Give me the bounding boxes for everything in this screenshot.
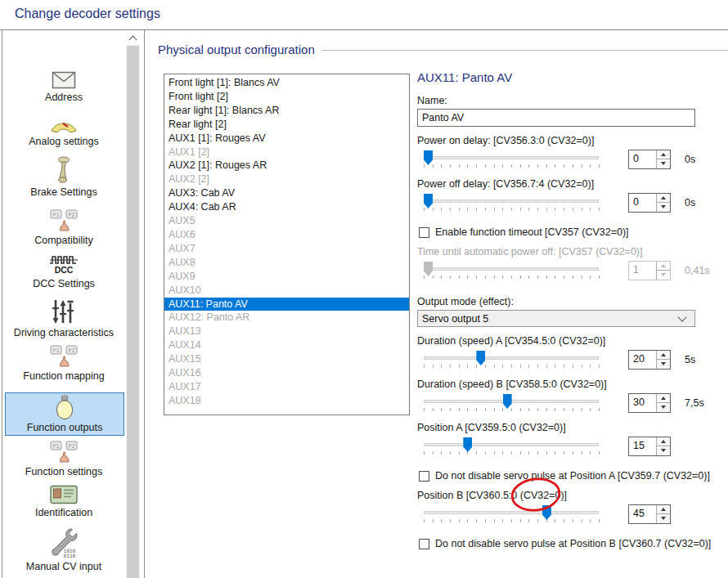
sidebar-item-dcc-settings[interactable]: DCCDCC Settings: [2, 253, 125, 289]
slider-thumb[interactable]: [542, 505, 551, 520]
slider[interactable]: [417, 348, 613, 370]
slider-ticks: [424, 451, 600, 455]
output-list-item[interactable]: AUX2 [2]: [164, 173, 409, 186]
value-spinner: 0: [628, 150, 671, 169]
section-title: Physical output configuration: [158, 43, 321, 56]
slider[interactable]: [417, 148, 613, 170]
checkbox[interactable]: [419, 539, 429, 549]
spinner-value[interactable]: 15: [629, 437, 656, 455]
sidebar-item-compatibility[interactable]: F1F2Compatibility: [2, 209, 125, 246]
slider-ticks: [424, 276, 600, 279]
slider-thumb[interactable]: [463, 437, 472, 452]
slider[interactable]: [417, 435, 613, 457]
spinner-value[interactable]: 45: [629, 505, 656, 523]
name-input[interactable]: [417, 109, 695, 127]
scrollbar-thumb[interactable]: [127, 46, 139, 578]
slider-thumb[interactable]: [424, 262, 433, 276]
slider-track[interactable]: [424, 156, 599, 159]
output-detail-panel: AUX11: Panto AV Name:Power on delay: [CV…: [417, 70, 713, 549]
spin-down-button[interactable]: [657, 202, 670, 212]
slider-line: 45: [417, 503, 713, 525]
output-list-item[interactable]: AUX10: [164, 284, 409, 298]
spin-up-button[interactable]: [657, 194, 670, 203]
output-list-item[interactable]: AUX2 [1]: Rouges AR: [164, 159, 409, 173]
slider-thumb[interactable]: [424, 194, 433, 208]
output-list-item[interactable]: AUX3: Cab AV: [164, 186, 409, 200]
output-list-item[interactable]: AUX12: Panto AR: [164, 311, 409, 325]
slider[interactable]: [417, 259, 613, 281]
spin-up-button[interactable]: [657, 437, 670, 446]
slider-track[interactable]: [424, 267, 599, 271]
spin-down-button[interactable]: [657, 270, 670, 280]
output-list-item[interactable]: AUX6: [164, 228, 409, 242]
chevron-up-icon: [129, 36, 137, 44]
slider-thumb[interactable]: [476, 351, 485, 365]
output-mode-select[interactable]: Servo output 5: [417, 310, 695, 327]
slider-track[interactable]: [424, 511, 599, 514]
spin-down-button[interactable]: [657, 359, 670, 369]
checkbox-label: Do not disable servo pulse at Position A…: [435, 470, 710, 482]
output-list-item[interactable]: AUX8: [164, 256, 409, 270]
output-list-item[interactable]: AUX1 [1]: Rouges AV: [164, 132, 409, 146]
spin-down-button[interactable]: [657, 513, 670, 523]
spinner-value[interactable]: 20: [629, 351, 656, 369]
slider[interactable]: [417, 503, 613, 525]
output-list-item[interactable]: AUX13: [164, 325, 409, 338]
output-list-item[interactable]: AUX14: [164, 338, 409, 352]
output-list-item[interactable]: AUX11: Panto AV: [164, 298, 409, 311]
spin-down-button[interactable]: [657, 402, 670, 412]
arrow-down-icon: [661, 517, 666, 520]
output-list-item[interactable]: AUX15: [164, 352, 409, 366]
spin-down-button[interactable]: [657, 446, 670, 455]
slider[interactable]: [417, 392, 613, 414]
slider-thumb[interactable]: [424, 150, 433, 165]
sidebar-item-label: Function settings: [25, 466, 103, 477]
slider-track[interactable]: [424, 443, 599, 446]
output-list-item[interactable]: Rear light [2]: [164, 118, 409, 132]
checkbox[interactable]: [419, 227, 429, 238]
spin-down-button[interactable]: [657, 159, 670, 168]
sidebar-item-function-settings[interactable]: F1F2Function settings: [2, 441, 125, 477]
sidebar-scrollbar[interactable]: [126, 31, 140, 578]
slider-thumb[interactable]: [503, 394, 512, 409]
slider-ticks: [424, 408, 600, 411]
output-list-item[interactable]: Front light [2]: [164, 90, 409, 104]
slider[interactable]: [417, 191, 613, 213]
output-list-item[interactable]: AUX16: [164, 366, 409, 380]
output-list-item[interactable]: Front light [1]: Blancs AV: [164, 76, 409, 90]
output-list-item[interactable]: AUX4: Cab AR: [164, 200, 409, 214]
slider-track[interactable]: [424, 199, 599, 203]
spinner-buttons: [656, 437, 670, 455]
output-list-item[interactable]: AUX18: [164, 394, 409, 408]
spin-up-button[interactable]: [657, 394, 670, 403]
scroll-up-button[interactable]: [126, 31, 140, 45]
output-list-item[interactable]: AUX7: [164, 242, 409, 256]
sidebar-item-function-mapping[interactable]: F1F2Function mapping: [2, 345, 125, 382]
output-list-item[interactable]: AUX17: [164, 380, 409, 394]
sidebar-item-manual-cv-input[interactable]: 10100110Manual CV input: [2, 527, 125, 572]
output-list-item[interactable]: Rear light [1]: Blancs AR: [164, 104, 409, 118]
output-list-item[interactable]: AUX9: [164, 270, 409, 284]
sidebar-item-address[interactable]: Address: [2, 71, 125, 103]
spinner-value[interactable]: 1: [629, 262, 656, 280]
spinner-value[interactable]: 0: [629, 150, 656, 168]
spin-up-button[interactable]: [657, 150, 670, 159]
checkbox[interactable]: [419, 471, 429, 482]
slider-line: 15: [417, 435, 713, 457]
output-listbox: Front light [1]: Blancs AVFront light [2…: [164, 74, 410, 415]
arrow-up-icon: [661, 196, 666, 199]
sidebar-item-analog-settings[interactable]: Analog settings: [2, 117, 125, 147]
slider-track[interactable]: [424, 356, 599, 360]
sidebar-item-driving-characteristics[interactable]: Driving characteristics: [2, 298, 125, 338]
sidebar-item-identification[interactable]: Identification: [2, 485, 125, 518]
output-list-item[interactable]: AUX1 [2]: [164, 146, 409, 159]
spinner-value[interactable]: 30: [629, 394, 656, 412]
sidebar-item-brake-settings[interactable]: Brake Settings: [2, 156, 125, 198]
spin-up-button[interactable]: [657, 262, 670, 271]
output-list-item[interactable]: AUX5: [164, 214, 409, 228]
spin-up-button[interactable]: [657, 505, 670, 514]
slider-label: Power off delay: [CV356.7:4 (CV32=0)]: [417, 178, 713, 190]
sidebar-item-function-outputs[interactable]: Function outputs: [5, 392, 124, 436]
spin-up-button[interactable]: [657, 351, 670, 360]
spinner-value[interactable]: 0: [629, 194, 656, 212]
